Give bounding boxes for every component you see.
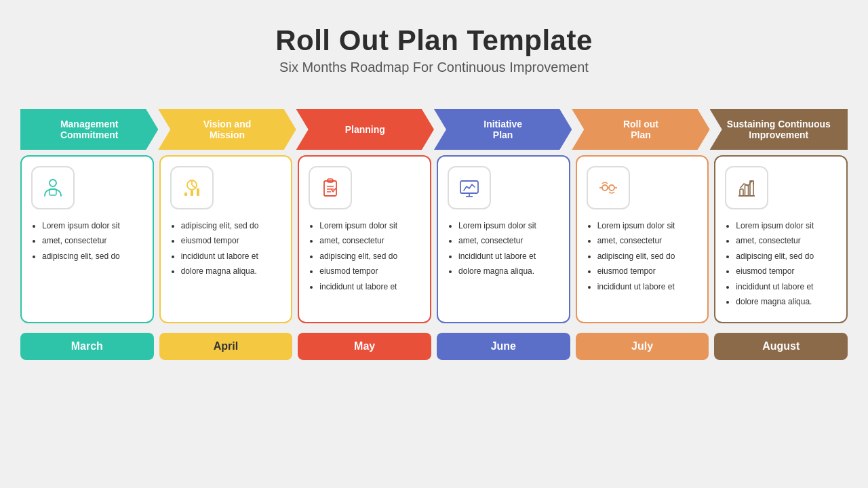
card-rollout-bullets: Lorem ipsum dolor sit amet, consectetur …: [587, 219, 675, 295]
icon-box-management: [31, 166, 75, 209]
month-july: July: [576, 333, 709, 360]
month-march: March: [20, 333, 154, 360]
icon-box-vision: [170, 166, 214, 209]
arrow-rollout: Roll outPlan: [572, 109, 709, 150]
arrow-planning: Planning: [296, 109, 434, 150]
card-vision-bullets: adipiscing elit, sed do eiusmod tempor i…: [170, 219, 259, 280]
month-june: June: [437, 333, 570, 360]
month-august: August: [714, 333, 848, 360]
arrow-sustaining: Sustaining ContinuousImprovement: [710, 109, 848, 150]
svg-point-0: [50, 180, 56, 186]
card-vision: adipiscing elit, sed do eiusmod tempor i…: [159, 155, 293, 323]
page-title: Roll Out Plan Template: [275, 24, 593, 57]
svg-point-16: [602, 185, 608, 190]
month-april: April: [159, 333, 293, 360]
card-planning-bullets: Lorem ipsum dolor sit amet, consectetur …: [309, 219, 397, 295]
svg-rect-5: [184, 192, 187, 196]
card-management-bullets: Lorem ipsum dolor sit amet, consectetur …: [31, 219, 120, 264]
cards-row: Lorem ipsum dolor sit amet, consectetur …: [20, 155, 848, 323]
presentation-icon: [457, 176, 481, 200]
icon-box-rollout: [587, 166, 630, 209]
page-subtitle: Six Months Roadmap For Continuous Improv…: [275, 60, 593, 75]
svg-rect-6: [191, 190, 193, 196]
svg-rect-7: [197, 188, 199, 196]
svg-rect-20: [745, 185, 749, 196]
svg-rect-13: [460, 181, 478, 193]
svg-point-17: [609, 185, 614, 190]
growth-icon: [734, 176, 759, 200]
arrow-initiative: InitiativePlan: [434, 109, 572, 150]
svg-rect-19: [740, 189, 743, 196]
settings-icon: [596, 176, 620, 200]
arrows-row: ManagementCommitment Vision andMission P…: [20, 109, 848, 150]
chart-icon: [180, 176, 204, 200]
icon-box-initiative: [448, 166, 491, 209]
person-icon: [41, 176, 65, 200]
month-may: May: [298, 333, 431, 360]
card-management: Lorem ipsum dolor sit amet, consectetur …: [20, 155, 154, 323]
months-row: March April May June July August: [20, 333, 848, 360]
card-initiative: Lorem ipsum dolor sit amet, consectetur …: [437, 155, 570, 323]
card-planning: Lorem ipsum dolor sit amet, consectetur …: [298, 155, 431, 323]
icon-box-planning: [309, 166, 352, 209]
card-rollout: Lorem ipsum dolor sit amet, consectetur …: [576, 155, 709, 323]
icon-box-sustaining: [725, 166, 768, 209]
svg-rect-1: [50, 189, 56, 195]
clipboard-icon: [318, 176, 342, 200]
page-header: Roll Out Plan Template Six Months Roadma…: [275, 24, 593, 75]
card-sustaining: Lorem ipsum dolor sit amet, consectetur …: [714, 155, 848, 323]
svg-line-4: [192, 185, 195, 188]
card-sustaining-bullets: Lorem ipsum dolor sit amet, consectetur …: [725, 219, 814, 310]
card-initiative-bullets: Lorem ipsum dolor sit amet, consectetur …: [448, 219, 536, 280]
arrow-vision: Vision andMission: [158, 109, 296, 150]
arrow-management: ManagementCommitment: [20, 109, 158, 150]
svg-rect-8: [324, 181, 336, 196]
timeline-section: ManagementCommitment Vision andMission P…: [20, 109, 848, 360]
